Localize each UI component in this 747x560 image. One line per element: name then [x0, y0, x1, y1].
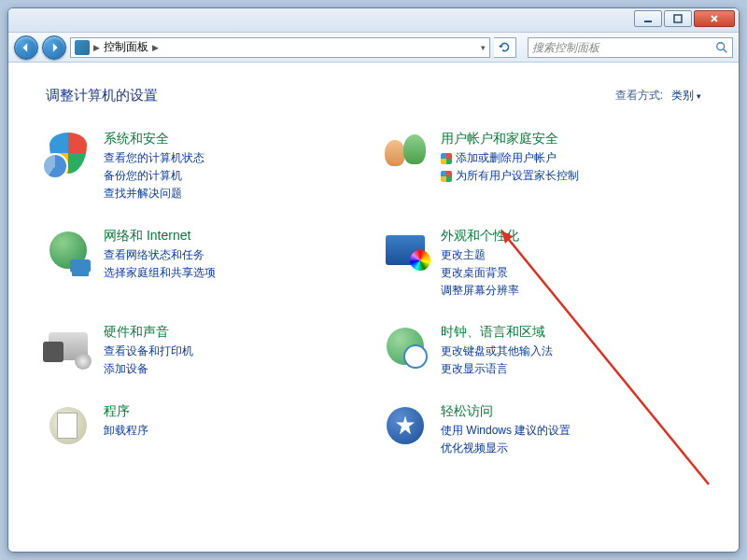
breadcrumb-location[interactable]: 控制面板: [104, 39, 148, 55]
category-title[interactable]: 轻松访问: [441, 403, 571, 420]
titlebar: [8, 8, 739, 33]
category-title[interactable]: 网络和 Internet: [104, 228, 216, 245]
view-by-dropdown[interactable]: 类别: [671, 89, 701, 102]
category-sublink[interactable]: 卸载程序: [104, 422, 148, 440]
svg-rect-0: [644, 21, 652, 22]
address-dropdown-icon[interactable]: ▾: [481, 43, 486, 52]
category-sublink[interactable]: 使用 Windows 建议的设置: [441, 422, 571, 440]
category-sublink[interactable]: 添加或删除用户帐户: [441, 149, 579, 167]
control-panel-icon: [75, 40, 90, 55]
category-title[interactable]: 程序: [104, 403, 148, 420]
category-title[interactable]: 用户帐户和家庭安全: [441, 131, 579, 147]
category-item: 时钟、语言和区域 更改键盘或其他输入法更改显示语言: [383, 324, 701, 378]
category-sublink[interactable]: 查看网络状态和任务: [104, 246, 216, 264]
category-title[interactable]: 时钟、语言和区域: [441, 324, 553, 341]
category-title[interactable]: 外观和个性化: [441, 228, 519, 245]
view-by: 查看方式: 类别: [615, 88, 701, 104]
forward-button[interactable]: [42, 35, 66, 60]
refresh-button[interactable]: [494, 37, 516, 58]
clock-icon: [383, 324, 428, 369]
hw-icon: [46, 324, 91, 369]
breadcrumb-arrow-icon: ▶: [93, 43, 100, 52]
category-item: 轻松访问 使用 Windows 建议的设置优化视频显示: [383, 403, 701, 457]
prog-icon: [46, 403, 91, 448]
category-sublink[interactable]: 为所有用户设置家长控制: [441, 167, 579, 185]
category-item: 用户帐户和家庭安全 添加或删除用户帐户为所有用户设置家长控制: [383, 131, 701, 203]
ease-icon: [383, 403, 428, 448]
shield-icon: [46, 131, 91, 175]
category-sublink[interactable]: 备份您的计算机: [104, 167, 204, 185]
category-item: 硬件和声音 查看设备和打印机添加设备: [46, 324, 364, 378]
minimize-button[interactable]: [634, 10, 662, 27]
svg-point-2: [717, 42, 725, 49]
category-sublink[interactable]: 查看设备和打印机: [104, 343, 193, 360]
appear-icon: [383, 228, 428, 273]
category-item: 外观和个性化 更改主题更改桌面背景调整屏幕分辨率: [383, 228, 701, 301]
category-sublink[interactable]: 调整屏幕分辨率: [441, 282, 519, 300]
address-bar[interactable]: ▶ 控制面板 ▶ ▾: [70, 37, 490, 58]
close-button[interactable]: [694, 10, 735, 27]
category-grid: 系统和安全 查看您的计算机状态备份您的计算机查找并解决问题 用户帐户和家庭安全 …: [46, 131, 701, 457]
page-title: 调整计算机的设置: [46, 87, 158, 105]
search-input[interactable]: [532, 41, 715, 54]
category-title[interactable]: 系统和安全: [104, 131, 204, 147]
back-button[interactable]: [14, 35, 38, 60]
content-header: 调整计算机的设置 查看方式: 类别: [46, 87, 701, 105]
net-icon: [46, 228, 91, 273]
category-sublink[interactable]: 更改桌面背景: [441, 264, 519, 282]
navbar: ▶ 控制面板 ▶ ▾: [8, 33, 739, 63]
category-item: 系统和安全 查看您的计算机状态备份您的计算机查找并解决问题: [46, 131, 364, 203]
search-icon[interactable]: [715, 41, 728, 54]
category-title[interactable]: 硬件和声音: [104, 324, 193, 341]
content-area: 调整计算机的设置 查看方式: 类别 系统和安全 查看您的计算机状态备份您的计算机…: [8, 64, 739, 552]
maximize-button[interactable]: [664, 10, 692, 27]
category-item: 程序 卸载程序: [46, 403, 364, 457]
category-sublink[interactable]: 更改主题: [441, 246, 519, 264]
category-item: 网络和 Internet 查看网络状态和任务选择家庭组和共享选项: [46, 228, 364, 301]
category-sublink[interactable]: 选择家庭组和共享选项: [104, 264, 216, 282]
svg-rect-1: [674, 15, 682, 22]
category-sublink[interactable]: 查看您的计算机状态: [104, 149, 204, 167]
search-box[interactable]: [528, 37, 733, 58]
breadcrumb-arrow-icon: ▶: [152, 43, 159, 52]
user-icon: [383, 131, 428, 175]
control-panel-window: ▶ 控制面板 ▶ ▾ 调整计算机的设置 查看方式: 类别 系统和安全 查看您的计…: [7, 7, 740, 553]
category-sublink[interactable]: 查找并解决问题: [104, 185, 204, 203]
category-sublink[interactable]: 添加设备: [104, 360, 193, 378]
category-sublink[interactable]: 更改显示语言: [441, 360, 553, 378]
category-sublink[interactable]: 优化视频显示: [441, 440, 571, 457]
view-by-label: 查看方式:: [615, 89, 663, 102]
category-sublink[interactable]: 更改键盘或其他输入法: [441, 343, 553, 360]
